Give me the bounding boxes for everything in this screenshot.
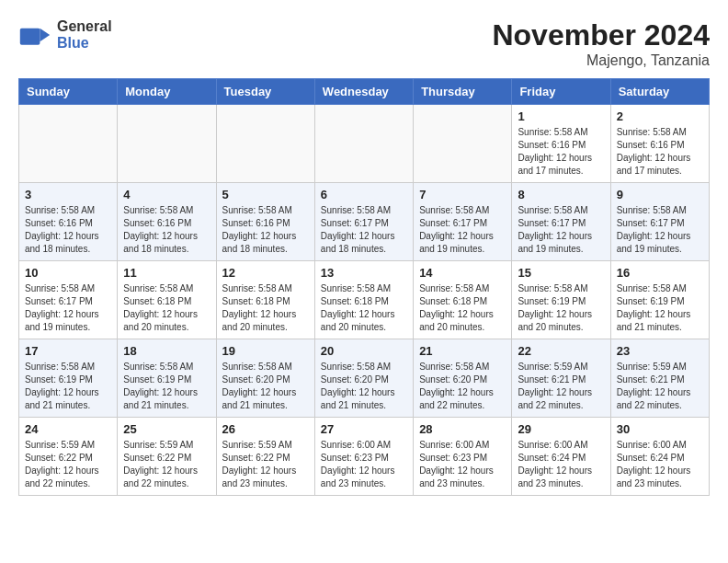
calendar-cell — [19, 105, 118, 183]
calendar-cell: 19Sunrise: 5:58 AM Sunset: 6:20 PM Dayli… — [216, 339, 314, 418]
day-number: 27 — [321, 422, 407, 436]
day-number: 24 — [25, 422, 111, 436]
day-info: Sunrise: 5:59 AM Sunset: 6:22 PM Dayligh… — [25, 439, 111, 490]
day-info: Sunrise: 5:58 AM Sunset: 6:16 PM Dayligh… — [25, 204, 111, 256]
calendar-cell: 26Sunrise: 5:59 AM Sunset: 6:22 PM Dayli… — [216, 418, 314, 496]
calendar-cell — [414, 105, 512, 183]
day-info: Sunrise: 6:00 AM Sunset: 6:23 PM Dayligh… — [419, 439, 506, 490]
day-number: 8 — [518, 188, 604, 201]
day-info: Sunrise: 5:59 AM Sunset: 6:22 PM Dayligh… — [222, 439, 309, 490]
day-info: Sunrise: 5:59 AM Sunset: 6:22 PM Dayligh… — [123, 439, 210, 490]
calendar-cell: 15Sunrise: 5:58 AM Sunset: 6:19 PM Dayli… — [512, 261, 610, 339]
svg-rect-0 — [20, 29, 40, 45]
day-info: Sunrise: 5:58 AM Sunset: 6:16 PM Dayligh… — [123, 204, 210, 256]
day-info: Sunrise: 5:58 AM Sunset: 6:19 PM Dayligh… — [25, 361, 111, 412]
day-info: Sunrise: 5:58 AM Sunset: 6:17 PM Dayligh… — [617, 204, 703, 256]
day-info: Sunrise: 5:59 AM Sunset: 6:21 PM Dayligh… — [617, 361, 703, 412]
day-number: 1 — [518, 109, 604, 123]
calendar-cell: 8Sunrise: 5:58 AM Sunset: 6:17 PM Daylig… — [512, 183, 610, 261]
day-number: 7 — [419, 188, 506, 201]
calendar-cell: 14Sunrise: 5:58 AM Sunset: 6:18 PM Dayli… — [414, 261, 512, 339]
day-number: 19 — [222, 344, 309, 358]
day-number: 5 — [222, 188, 309, 201]
day-info: Sunrise: 5:58 AM Sunset: 6:18 PM Dayligh… — [222, 282, 309, 334]
calendar-week-2: 3Sunrise: 5:58 AM Sunset: 6:16 PM Daylig… — [19, 183, 710, 261]
day-number: 11 — [123, 266, 210, 280]
day-number: 25 — [123, 422, 210, 436]
calendar-cell: 4Sunrise: 5:58 AM Sunset: 6:16 PM Daylig… — [118, 183, 216, 261]
day-number: 29 — [518, 422, 604, 436]
day-info: Sunrise: 5:58 AM Sunset: 6:16 PM Dayligh… — [518, 126, 604, 178]
day-info: Sunrise: 6:00 AM Sunset: 6:23 PM Dayligh… — [321, 439, 407, 490]
calendar-cell: 25Sunrise: 5:59 AM Sunset: 6:22 PM Dayli… — [118, 418, 216, 496]
calendar-header-row: SundayMondayTuesdayWednesdayThursdayFrid… — [19, 79, 710, 105]
day-number: 21 — [419, 344, 506, 358]
calendar-cell: 21Sunrise: 5:58 AM Sunset: 6:20 PM Dayli… — [414, 339, 512, 418]
day-header-thursday: Thursday — [414, 79, 512, 105]
day-info: Sunrise: 5:58 AM Sunset: 6:17 PM Dayligh… — [321, 204, 407, 256]
day-info: Sunrise: 5:58 AM Sunset: 6:17 PM Dayligh… — [419, 204, 506, 256]
calendar-cell: 23Sunrise: 5:59 AM Sunset: 6:21 PM Dayli… — [610, 339, 709, 418]
day-number: 12 — [222, 266, 309, 280]
calendar-week-4: 17Sunrise: 5:58 AM Sunset: 6:19 PM Dayli… — [19, 339, 710, 418]
logo-icon — [18, 18, 51, 52]
calendar-cell: 5Sunrise: 5:58 AM Sunset: 6:16 PM Daylig… — [216, 183, 314, 261]
month-title: November 2024 — [492, 18, 710, 52]
day-header-wednesday: Wednesday — [314, 79, 413, 105]
day-number: 15 — [518, 266, 604, 280]
day-number: 9 — [617, 188, 703, 201]
calendar-cell — [216, 105, 314, 183]
day-header-tuesday: Tuesday — [216, 79, 314, 105]
day-info: Sunrise: 5:58 AM Sunset: 6:17 PM Dayligh… — [518, 204, 604, 256]
day-info: Sunrise: 6:00 AM Sunset: 6:24 PM Dayligh… — [518, 439, 604, 490]
calendar-cell: 20Sunrise: 5:58 AM Sunset: 6:20 PM Dayli… — [314, 339, 413, 418]
day-number: 13 — [321, 266, 407, 280]
svg-marker-1 — [40, 29, 50, 41]
day-info: Sunrise: 5:59 AM Sunset: 6:21 PM Dayligh… — [518, 361, 604, 412]
calendar-cell — [314, 105, 413, 183]
day-number: 6 — [321, 188, 407, 201]
calendar-cell: 1Sunrise: 5:58 AM Sunset: 6:16 PM Daylig… — [512, 105, 610, 183]
day-info: Sunrise: 5:58 AM Sunset: 6:16 PM Dayligh… — [222, 204, 309, 256]
calendar-cell: 11Sunrise: 5:58 AM Sunset: 6:18 PM Dayli… — [118, 261, 216, 339]
day-info: Sunrise: 5:58 AM Sunset: 6:19 PM Dayligh… — [123, 361, 210, 412]
logo: General Blue — [18, 18, 112, 52]
calendar-cell: 30Sunrise: 6:00 AM Sunset: 6:24 PM Dayli… — [610, 418, 709, 496]
day-info: Sunrise: 5:58 AM Sunset: 6:16 PM Dayligh… — [617, 126, 703, 178]
day-number: 3 — [25, 188, 111, 201]
calendar-cell: 29Sunrise: 6:00 AM Sunset: 6:24 PM Dayli… — [512, 418, 610, 496]
day-header-friday: Friday — [512, 79, 610, 105]
day-number: 28 — [419, 422, 506, 436]
day-info: Sunrise: 5:58 AM Sunset: 6:18 PM Dayligh… — [419, 282, 506, 334]
day-header-monday: Monday — [118, 79, 216, 105]
title-block: November 2024 Majengo, Tanzania — [492, 18, 710, 69]
calendar-cell — [118, 105, 216, 183]
calendar-week-3: 10Sunrise: 5:58 AM Sunset: 6:17 PM Dayli… — [19, 261, 710, 339]
day-number: 22 — [518, 344, 604, 358]
day-info: Sunrise: 5:58 AM Sunset: 6:18 PM Dayligh… — [321, 282, 407, 334]
calendar-cell: 6Sunrise: 5:58 AM Sunset: 6:17 PM Daylig… — [314, 183, 413, 261]
day-number: 30 — [617, 422, 703, 436]
calendar-cell: 7Sunrise: 5:58 AM Sunset: 6:17 PM Daylig… — [414, 183, 512, 261]
day-header-saturday: Saturday — [610, 79, 709, 105]
calendar-cell: 24Sunrise: 5:59 AM Sunset: 6:22 PM Dayli… — [19, 418, 118, 496]
calendar-table: SundayMondayTuesdayWednesdayThursdayFrid… — [18, 78, 710, 496]
day-info: Sunrise: 5:58 AM Sunset: 6:20 PM Dayligh… — [419, 361, 506, 412]
calendar-cell: 12Sunrise: 5:58 AM Sunset: 6:18 PM Dayli… — [216, 261, 314, 339]
day-info: Sunrise: 6:00 AM Sunset: 6:24 PM Dayligh… — [617, 439, 703, 490]
day-info: Sunrise: 5:58 AM Sunset: 6:19 PM Dayligh… — [518, 282, 604, 334]
day-number: 10 — [25, 266, 111, 280]
calendar-cell: 13Sunrise: 5:58 AM Sunset: 6:18 PM Dayli… — [314, 261, 413, 339]
calendar-cell: 18Sunrise: 5:58 AM Sunset: 6:19 PM Dayli… — [118, 339, 216, 418]
location-text: Majengo, Tanzania — [492, 52, 710, 69]
day-number: 2 — [617, 109, 703, 123]
day-info: Sunrise: 5:58 AM Sunset: 6:17 PM Dayligh… — [25, 282, 111, 334]
day-info: Sunrise: 5:58 AM Sunset: 6:20 PM Dayligh… — [222, 361, 309, 412]
day-info: Sunrise: 5:58 AM Sunset: 6:19 PM Dayligh… — [617, 282, 703, 334]
calendar-week-5: 24Sunrise: 5:59 AM Sunset: 6:22 PM Dayli… — [19, 418, 710, 496]
calendar-cell: 9Sunrise: 5:58 AM Sunset: 6:17 PM Daylig… — [610, 183, 709, 261]
logo-blue-text: Blue — [57, 35, 112, 52]
day-number: 20 — [321, 344, 407, 358]
day-info: Sunrise: 5:58 AM Sunset: 6:18 PM Dayligh… — [123, 282, 210, 334]
calendar-cell: 22Sunrise: 5:59 AM Sunset: 6:21 PM Dayli… — [512, 339, 610, 418]
